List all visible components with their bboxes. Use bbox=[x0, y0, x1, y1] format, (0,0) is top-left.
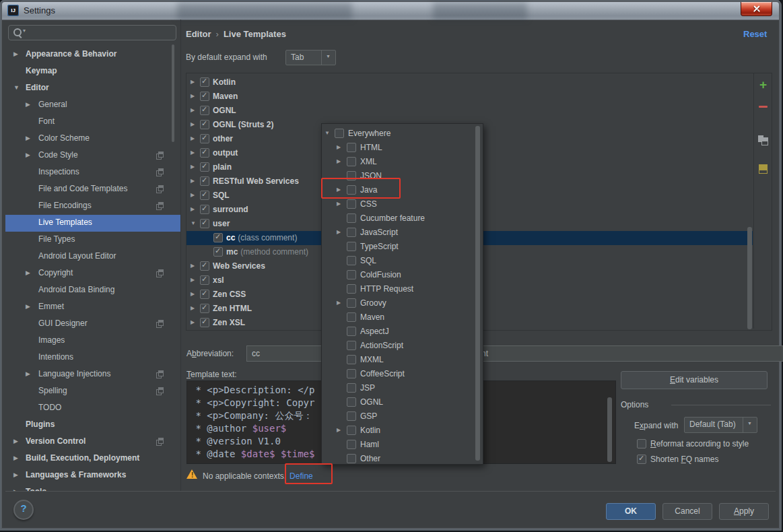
sidebar-item-build-execution-deployment[interactable]: ▶Build, Execution, Deployment bbox=[5, 451, 181, 467]
sidebar-item-version-control[interactable]: ▶Version Control bbox=[5, 434, 181, 451]
checkbox[interactable] bbox=[200, 77, 209, 87]
apply-button[interactable]: Apply bbox=[719, 503, 769, 520]
cancel-button[interactable]: Cancel bbox=[662, 503, 712, 520]
checkbox[interactable] bbox=[347, 383, 356, 393]
context-item-other[interactable]: Other bbox=[322, 452, 481, 465]
expand-arrow-icon[interactable]: ▶ bbox=[191, 178, 195, 184]
search-input[interactable]: ▾ bbox=[8, 25, 176, 40]
expand-arrow-icon[interactable]: ▶ bbox=[13, 51, 18, 57]
sidebar-item-intentions[interactable]: Intentions bbox=[5, 350, 181, 366]
duplicate-icon[interactable] bbox=[754, 133, 772, 147]
sidebar-item-tools[interactable]: ▶Tools bbox=[5, 484, 181, 491]
add-icon[interactable]: + bbox=[754, 79, 772, 94]
context-item-ognl[interactable]: OGNL bbox=[322, 395, 481, 409]
context-item-haml[interactable]: Haml bbox=[322, 438, 481, 452]
expand-arrow-icon[interactable]: ▶ bbox=[191, 121, 195, 127]
context-item-actionscript[interactable]: ActionScript bbox=[322, 339, 481, 353]
remove-icon[interactable] bbox=[754, 99, 772, 114]
popup-scrollbar[interactable] bbox=[475, 126, 480, 461]
sidebar-item-gui-designer[interactable]: GUI Designer bbox=[5, 316, 181, 333]
checkbox[interactable] bbox=[200, 92, 209, 101]
expand-arrow-icon[interactable]: ▶ bbox=[191, 164, 195, 170]
context-item-sql[interactable]: SQL bbox=[322, 254, 481, 268]
template-group-ognl[interactable]: ▶OGNL bbox=[186, 104, 753, 118]
checkbox[interactable] bbox=[347, 284, 356, 294]
checkbox[interactable] bbox=[200, 219, 209, 228]
expand-arrow-icon[interactable]: ▶ bbox=[26, 152, 30, 158]
sidebar-scrollbar[interactable] bbox=[172, 44, 174, 142]
checkbox[interactable] bbox=[347, 355, 356, 364]
expand-arrow-icon[interactable]: ▶ bbox=[191, 277, 195, 283]
sidebar-item-android-layout-editor[interactable]: Android Layout Editor bbox=[5, 248, 181, 265]
checkbox[interactable] bbox=[347, 397, 356, 407]
template-list-scrollbar[interactable] bbox=[747, 227, 752, 329]
checkbox[interactable] bbox=[347, 341, 356, 350]
sidebar-item-font[interactable]: Font bbox=[5, 114, 181, 131]
context-item-cucumber-feature[interactable]: Cucumber feature bbox=[322, 211, 481, 226]
sidebar-item-spelling[interactable]: Spelling bbox=[5, 383, 181, 400]
checkbox[interactable] bbox=[200, 191, 209, 200]
context-item-typescript[interactable]: TypeScript bbox=[322, 240, 481, 254]
template-group-maven[interactable]: ▶Maven bbox=[186, 90, 753, 104]
checkbox[interactable] bbox=[347, 199, 356, 209]
expand-arrow-icon[interactable]: ▶ bbox=[191, 93, 195, 99]
expand-arrow-icon[interactable]: ▶ bbox=[337, 300, 341, 306]
ok-button[interactable]: OK bbox=[606, 503, 656, 520]
context-item-aspectj[interactable]: AspectJ bbox=[322, 325, 481, 339]
sidebar-item-images[interactable]: Images bbox=[5, 333, 181, 350]
expand-arrow-icon[interactable]: ▼ bbox=[13, 84, 20, 91]
expand-arrow-icon[interactable]: ▶ bbox=[191, 263, 195, 269]
chevron-down-icon[interactable] bbox=[743, 418, 757, 432]
sidebar-item-file-encodings[interactable]: File Encodings bbox=[5, 198, 181, 215]
context-item-everywhere[interactable]: ▼Everywhere bbox=[322, 127, 481, 141]
checkbox[interactable] bbox=[347, 157, 356, 166]
context-item-groovy[interactable]: ▶Groovy bbox=[322, 296, 481, 310]
expand-arrow-icon[interactable]: ▶ bbox=[191, 79, 195, 85]
checkbox[interactable] bbox=[347, 440, 356, 449]
checkbox[interactable] bbox=[347, 298, 356, 308]
sidebar-item-plugins[interactable]: Plugins bbox=[5, 417, 181, 434]
context-item-http-request[interactable]: HTTP Request bbox=[322, 282, 481, 296]
sidebar-item-inspections[interactable]: Inspections bbox=[5, 164, 181, 181]
context-item-gsp[interactable]: GSP bbox=[322, 409, 481, 424]
checkbox[interactable] bbox=[213, 247, 223, 257]
expand-arrow-icon[interactable]: ▶ bbox=[191, 135, 195, 141]
context-item-jsp[interactable]: JSP bbox=[322, 381, 481, 395]
expand-with-select[interactable]: Default (Tab) bbox=[684, 417, 757, 433]
expand-arrow-icon[interactable]: ▶ bbox=[337, 229, 341, 235]
checkbox[interactable] bbox=[200, 275, 209, 285]
sidebar-item-code-style[interactable]: ▶Code Style bbox=[5, 147, 181, 164]
checkbox[interactable] bbox=[200, 290, 209, 299]
checkbox[interactable] bbox=[347, 270, 356, 279]
sidebar-item-todo[interactable]: TODO bbox=[5, 400, 181, 417]
checkbox[interactable] bbox=[200, 176, 209, 186]
expand-arrow-icon[interactable]: ▶ bbox=[191, 107, 195, 113]
checkbox[interactable] bbox=[347, 242, 356, 251]
expand-arrow-icon[interactable]: ▶ bbox=[191, 149, 195, 156]
checkbox[interactable] bbox=[347, 256, 356, 265]
expand-arrow-icon[interactable]: ▶ bbox=[26, 370, 30, 377]
sidebar-item-color-scheme[interactable]: ▶Color Scheme bbox=[5, 131, 181, 147]
breadcrumb-editor[interactable]: Editor bbox=[186, 29, 211, 39]
checkbox[interactable] bbox=[200, 162, 209, 172]
context-item-css[interactable]: ▶CSS bbox=[322, 197, 481, 211]
checkbox[interactable] bbox=[200, 134, 209, 143]
checkbox[interactable] bbox=[200, 304, 209, 313]
expand-arrow-icon[interactable]: ▶ bbox=[191, 305, 195, 311]
checkbox[interactable] bbox=[347, 312, 356, 322]
expand-arrow-icon[interactable]: ▶ bbox=[26, 303, 30, 310]
close-button[interactable] bbox=[741, 2, 772, 16]
editor-scrollbar[interactable] bbox=[607, 397, 612, 462]
default-expand-select[interactable]: Tab bbox=[285, 50, 336, 65]
expand-arrow-icon[interactable]: ▼ bbox=[325, 130, 330, 136]
checkbox[interactable] bbox=[200, 148, 209, 158]
chevron-down-icon[interactable] bbox=[321, 51, 335, 65]
checkbox[interactable] bbox=[335, 129, 344, 138]
search-options-arrow-icon[interactable]: ▾ bbox=[23, 28, 26, 34]
context-item-coffeescript[interactable]: CoffeeScript bbox=[322, 367, 481, 381]
context-item-xml[interactable]: ▶XML bbox=[322, 155, 481, 169]
titlebar[interactable]: IJ Settings bbox=[2, 2, 779, 20]
sidebar-item-copyright[interactable]: ▶Copyright bbox=[5, 265, 181, 282]
expand-arrow-icon[interactable]: ▶ bbox=[13, 455, 18, 461]
expand-arrow-icon[interactable]: ▶ bbox=[26, 101, 30, 108]
